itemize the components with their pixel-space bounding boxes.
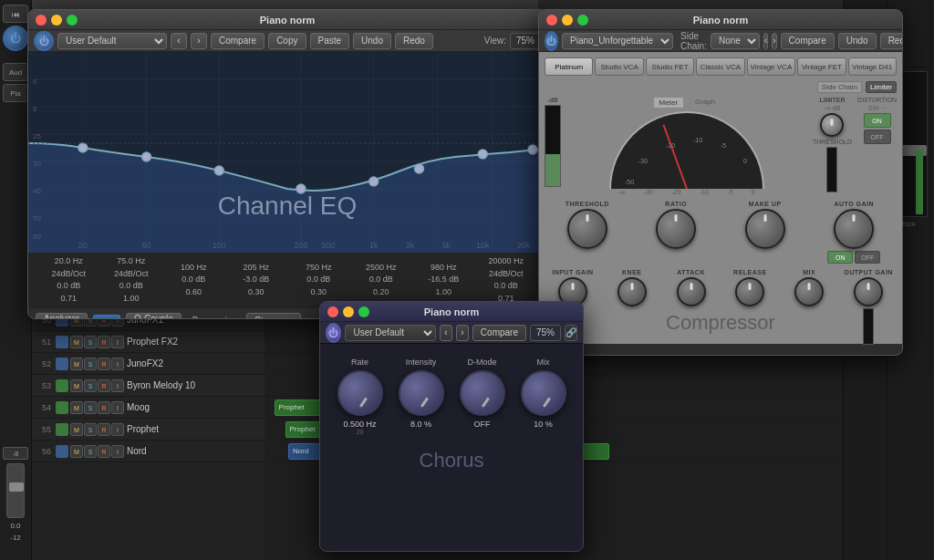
chorus-power-btn[interactable]: ⏻ [326, 323, 341, 343]
eq-preset-select[interactable]: User Default [57, 33, 167, 49]
knee-knob[interactable] [617, 277, 647, 306]
record-btn[interactable]: R [98, 445, 110, 458]
input-btn[interactable]: I [111, 423, 124, 436]
limiter-knob[interactable] [820, 113, 844, 137]
chorus-nav-fwd[interactable]: › [456, 325, 469, 341]
comp-type-studio-vca[interactable]: Studio VCA [595, 57, 643, 76]
solo-btn[interactable]: S [84, 401, 97, 414]
side-chain-select[interactable]: None [711, 33, 760, 49]
comp-redo-btn[interactable]: Redo [880, 33, 903, 49]
track-row[interactable]: 52 M S R I JunoFX2 [32, 353, 265, 375]
mute-btn[interactable]: M [70, 401, 83, 414]
comp-nav-fwd[interactable]: › [772, 33, 776, 49]
eq-close-btn[interactable] [36, 15, 47, 26]
comp-compare-btn[interactable]: Compare [781, 33, 835, 49]
track-row[interactable]: 53 M S R I Byron Melody 10 [32, 375, 265, 397]
comp-nav-back[interactable]: ‹ [763, 33, 768, 49]
eq-max-btn[interactable] [67, 15, 78, 26]
processing-mode-select[interactable]: Stereo [246, 313, 301, 320]
mix-knob[interactable] [794, 277, 824, 306]
eq-redo-btn[interactable]: Redo [395, 33, 433, 49]
track-row[interactable]: 55 M S R I Prophet [32, 419, 265, 441]
output-gain-knob[interactable] [854, 277, 883, 306]
makeup-knob[interactable] [745, 209, 785, 249]
chorus-min-btn[interactable] [343, 306, 354, 317]
track-row[interactable]: 54 M S R I Moog [32, 397, 265, 419]
comp-type-vintage-opto[interactable]: Vintage D41 [848, 57, 897, 76]
side-chain-btn[interactable]: Side Chain [817, 81, 862, 93]
sidebar-minus[interactable]: -8 [3, 447, 28, 460]
fader[interactable] [6, 463, 25, 518]
solo-btn[interactable]: S [84, 379, 97, 392]
comp-type-vintage-fet[interactable]: Vintage FET [797, 57, 846, 76]
chorus-max-btn[interactable] [358, 306, 369, 317]
sidebar-undo[interactable]: Aud [3, 63, 28, 81]
sidebar-btn-1[interactable]: ⏮ [3, 5, 28, 23]
chorus-close-btn[interactable] [327, 306, 338, 317]
eq-compare-btn[interactable]: Compare [211, 33, 265, 49]
mute-btn[interactable]: M [70, 379, 83, 392]
chorus-view-value[interactable]: 75% [530, 325, 561, 341]
mute-btn[interactable]: M [70, 358, 83, 370]
input-btn[interactable]: I [111, 358, 124, 370]
comp-type-vintage-vca[interactable]: Vintage VCA [747, 57, 795, 76]
eq-paste-btn[interactable]: Paste [310, 33, 350, 49]
analyzer-type-btn[interactable]: pink [93, 315, 120, 320]
autogain-on[interactable]: ON [827, 251, 853, 264]
track-row[interactable]: 51 M S R I Prophet FX2 [32, 331, 265, 353]
chorus-mix-knob[interactable] [521, 370, 566, 416]
comp-preset-select[interactable]: Piano_Unforgettable [562, 33, 673, 49]
chorus-nav-back[interactable]: ‹ [440, 325, 452, 341]
input-btn[interactable]: I [111, 379, 124, 392]
record-btn[interactable]: R [98, 358, 110, 370]
eq-nav-fwd[interactable]: › [191, 33, 207, 49]
eq-display[interactable]: 20 50 100 200 500 1k 2k 5k 10k 20k 6 8 2… [28, 52, 546, 253]
comp-type-platinum[interactable]: Platinum [545, 57, 593, 76]
power-button-left[interactable]: ⏻ [3, 26, 28, 51]
mute-btn[interactable]: M [70, 423, 83, 436]
q-couple-btn[interactable]: Q-Couple [126, 313, 182, 320]
mute-btn[interactable]: M [70, 445, 83, 458]
record-btn[interactable]: R [98, 423, 110, 436]
input-btn[interactable]: I [111, 401, 124, 414]
input-btn[interactable]: I [111, 445, 124, 458]
autogain-off[interactable]: OFF [855, 251, 880, 264]
record-btn[interactable]: R [98, 336, 110, 348]
comp-undo-btn[interactable]: Undo [838, 33, 877, 49]
comp-power-btn[interactable]: ⏻ [545, 31, 558, 51]
comp-max-btn[interactable] [577, 15, 588, 26]
eq-copy-btn[interactable]: Copy [268, 33, 306, 49]
comp-close-btn[interactable] [546, 15, 557, 26]
eq-view-value[interactable]: 75% [510, 33, 541, 49]
mute-btn[interactable]: M [70, 336, 83, 348]
comp-type-studio-fet[interactable]: Studio FET [646, 57, 694, 76]
record-btn[interactable]: R [98, 401, 110, 414]
chorus-link-btn[interactable]: 🔗 [565, 325, 577, 341]
attack-knob[interactable] [677, 277, 706, 306]
eq-power-btn[interactable]: ⏻ [34, 31, 54, 51]
chorus-compare-btn[interactable]: Compare [472, 325, 526, 341]
track-row[interactable]: 56 M S R I Nord [32, 441, 265, 462]
eq-nav-back[interactable]: ‹ [171, 33, 187, 49]
record-btn[interactable]: R [98, 379, 110, 392]
threshold-knob[interactable] [567, 209, 607, 249]
graph-tab[interactable]: Graph [690, 97, 721, 109]
distortion-off-btn[interactable]: OFF [864, 130, 891, 144]
eq-min-btn[interactable] [51, 15, 62, 26]
eq-undo-btn[interactable]: Undo [353, 33, 391, 49]
chorus-dmode-knob[interactable] [460, 370, 505, 416]
autogain-knob[interactable] [834, 209, 874, 249]
solo-btn[interactable]: S [84, 358, 97, 370]
solo-btn[interactable]: S [84, 445, 97, 458]
analyzer-btn[interactable]: Analyzer [36, 313, 88, 320]
release-knob[interactable] [735, 277, 764, 306]
limiter-btn[interactable]: Limiter [866, 81, 897, 93]
chorus-intensity-knob[interactable] [399, 370, 444, 416]
chorus-preset-select[interactable]: User Default [345, 325, 436, 341]
sidebar-piano[interactable]: Pia [3, 84, 28, 102]
solo-btn[interactable]: S [84, 423, 97, 436]
comp-type-classic-vca[interactable]: Classic VCA [696, 57, 744, 76]
solo-btn[interactable]: S [84, 336, 97, 348]
comp-min-btn[interactable] [562, 15, 573, 26]
ratio-knob[interactable] [656, 209, 696, 249]
